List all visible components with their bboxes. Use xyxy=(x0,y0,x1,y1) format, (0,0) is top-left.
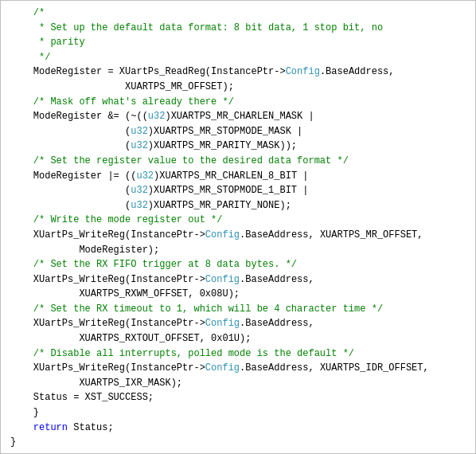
code-line: XUARTPS_MR_OFFSET); xyxy=(10,80,466,95)
code-line: (u32)XUARTPS_MR_PARITY_NONE); xyxy=(10,198,466,213)
code-line: XUartPs_WriteReg(InstancePtr->Config.Bas… xyxy=(10,316,466,331)
code-line: (u32)XUARTPS_MR_STOPMODE_MASK | xyxy=(10,124,466,139)
code-line: XUARTPS_RXWM_OFFSET, 0x08U); xyxy=(10,287,466,302)
code-line: return Status; xyxy=(10,421,466,436)
code-line: ModeRegister = XUartPs_ReadReg(InstanceP… xyxy=(10,65,466,80)
code-line: XUartPs_WriteReg(InstancePtr->Config.Bas… xyxy=(10,228,466,243)
code-line: /* Set the register value to the desired… xyxy=(10,154,466,169)
code-line: /* Write the mode register out */ xyxy=(10,213,466,228)
code-line: } xyxy=(10,405,466,421)
code-line: } xyxy=(10,435,466,450)
code-line: * Set up the default data format: 8 bit … xyxy=(10,21,466,36)
code-line: ModeRegister); xyxy=(10,243,466,258)
code-line: ModeRegister |= ((u32)XUARTPS_MR_CHARLEN… xyxy=(10,169,466,184)
code-line: /* xyxy=(10,6,466,21)
code-content: /* * Set up the default data format: 8 b… xyxy=(1,6,475,450)
code-line: /* Set the RX timeout to 1, which will b… xyxy=(10,302,466,317)
code-line: XUARTPS_IXR_MASK); xyxy=(10,376,466,391)
code-line: (u32)XUARTPS_MR_PARITY_MASK)); xyxy=(10,139,466,154)
code-line: XUartPs_WriteReg(InstancePtr->Config.Bas… xyxy=(10,361,466,376)
code-line: /* Set the RX FIFO trigger at 8 data byt… xyxy=(10,257,466,272)
code-line: Status = XST_SUCCESS; xyxy=(10,390,466,405)
code-editor: /* * Set up the default data format: 8 b… xyxy=(0,0,476,454)
code-line: ModeRegister &= (~((u32)XUARTPS_MR_CHARL… xyxy=(10,109,466,124)
code-line: (u32)XUARTPS_MR_STOPMODE_1_BIT | xyxy=(10,183,466,198)
code-line: XUartPs_WriteReg(InstancePtr->Config.Bas… xyxy=(10,272,466,288)
code-line: * parity xyxy=(10,35,466,50)
code-line: /* Mask off what's already there */ xyxy=(10,95,466,110)
code-line: /* Disable all interrupts, polled mode i… xyxy=(10,346,466,362)
code-line: */ xyxy=(10,50,466,65)
code-line: XUARTPS_RXTOUT_OFFSET, 0x01U); xyxy=(10,331,466,346)
